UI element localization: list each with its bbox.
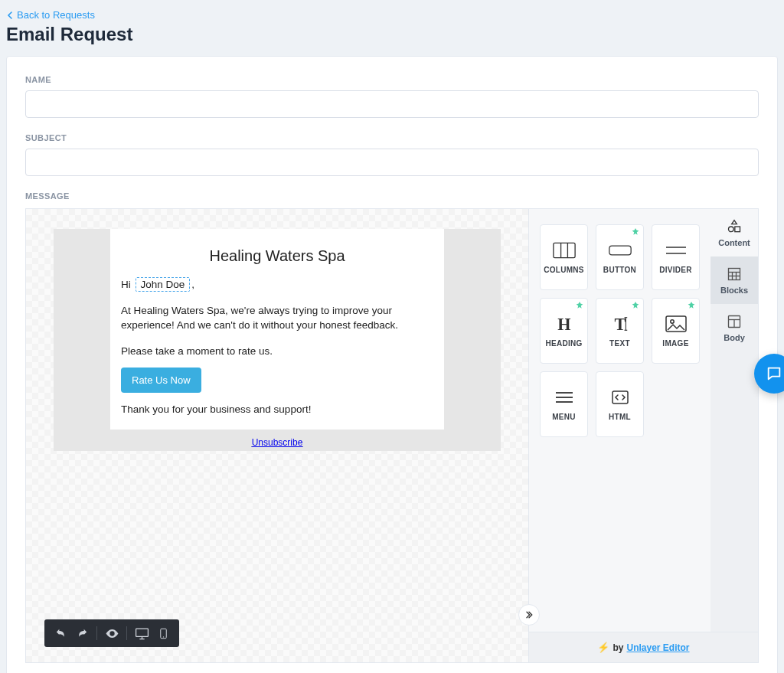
tab-label: Body bbox=[724, 333, 745, 342]
editor-side-panel: COLUMNS BUTTON DIVIDER H HEADIN bbox=[528, 209, 758, 662]
ai-badge-icon bbox=[686, 301, 697, 312]
tool-image[interactable]: IMAGE bbox=[652, 298, 700, 364]
svg-rect-4 bbox=[553, 243, 574, 257]
toolbar-separator bbox=[126, 626, 127, 640]
redo-icon bbox=[76, 627, 89, 640]
svg-point-16 bbox=[670, 319, 673, 322]
unsubscribe-row: Unsubscribe bbox=[54, 430, 501, 451]
tab-label: Blocks bbox=[720, 286, 748, 295]
undo-icon bbox=[54, 627, 67, 640]
name-input[interactable] bbox=[25, 90, 759, 118]
tool-label: TEXT bbox=[609, 339, 630, 348]
name-label: NAME bbox=[25, 75, 759, 84]
tool-label: HEADING bbox=[545, 339, 582, 348]
tool-menu[interactable]: MENU bbox=[540, 371, 588, 437]
footer-by: by bbox=[612, 642, 623, 653]
tab-content[interactable]: Content bbox=[710, 209, 758, 256]
tool-heading[interactable]: H HEADING bbox=[540, 298, 588, 364]
email-body[interactable]: Healing Waters Spa Hi John Doe, At Heali… bbox=[110, 229, 444, 430]
tool-columns[interactable]: COLUMNS bbox=[540, 224, 588, 290]
tool-divider[interactable]: DIVIDER bbox=[652, 224, 700, 290]
subject-label: SUBJECT bbox=[25, 133, 759, 142]
tool-text[interactable]: T TEXT bbox=[596, 298, 644, 364]
tool-label: HTML bbox=[609, 413, 631, 421]
chat-icon bbox=[766, 365, 782, 382]
body-icon bbox=[727, 314, 742, 329]
ai-badge-icon bbox=[574, 301, 585, 312]
mobile-view-button[interactable] bbox=[153, 623, 173, 643]
back-to-requests-link[interactable]: Back to Requests bbox=[0, 0, 784, 24]
page-title: Email Request bbox=[0, 24, 784, 56]
tool-label: MENU bbox=[552, 413, 576, 421]
eye-icon bbox=[105, 626, 119, 641]
editor-footer: ⚡ by Unlayer Editor bbox=[529, 632, 758, 662]
email-heading[interactable]: Healing Waters Spa bbox=[110, 243, 444, 277]
rate-us-button[interactable]: Rate Us Now bbox=[121, 368, 201, 393]
shapes-icon bbox=[727, 219, 742, 234]
desktop-icon bbox=[135, 626, 149, 641]
svg-rect-23 bbox=[729, 268, 740, 279]
email-request-card: NAME SUBJECT MESSAGE Healing Waters Spa … bbox=[6, 56, 778, 673]
tool-label: DIVIDER bbox=[659, 266, 692, 274]
greeting-prefix: Hi bbox=[121, 279, 131, 290]
email-paragraph-2[interactable]: Please take a moment to rate us. bbox=[110, 344, 444, 359]
side-tabs: Content Blocks Body bbox=[710, 209, 758, 632]
unlayer-link[interactable]: Unlayer Editor bbox=[626, 642, 689, 653]
back-link-label: Back to Requests bbox=[17, 9, 95, 21]
svg-point-0 bbox=[110, 632, 113, 634]
subject-input[interactable] bbox=[25, 149, 759, 176]
mobile-icon bbox=[158, 627, 169, 640]
button-icon bbox=[609, 241, 632, 260]
editor-canvas[interactable]: Healing Waters Spa Hi John Doe, At Heali… bbox=[26, 209, 528, 662]
tab-body[interactable]: Body bbox=[710, 304, 758, 351]
chevron-left-icon bbox=[6, 11, 14, 19]
email-editor: Healing Waters Spa Hi John Doe, At Heali… bbox=[25, 208, 759, 663]
unsubscribe-link[interactable]: Unsubscribe bbox=[252, 437, 303, 448]
heading-icon: H bbox=[553, 315, 576, 333]
tab-label: Content bbox=[718, 238, 750, 247]
svg-rect-7 bbox=[609, 246, 630, 255]
chevron-double-right-icon bbox=[524, 610, 534, 619]
email-stage: Healing Waters Spa Hi John Doe, At Heali… bbox=[54, 229, 501, 451]
svg-text:H: H bbox=[557, 315, 571, 333]
email-paragraph-1[interactable]: At Healing Waters Spa, we're always tryi… bbox=[110, 303, 444, 333]
preview-button[interactable] bbox=[102, 623, 122, 643]
greeting-suffix: , bbox=[191, 279, 194, 290]
message-label: MESSAGE bbox=[25, 191, 759, 201]
collapse-panel-button[interactable] bbox=[518, 604, 540, 626]
blocks-icon bbox=[727, 266, 742, 282]
tool-label: IMAGE bbox=[662, 339, 688, 348]
desktop-view-button[interactable] bbox=[132, 623, 152, 643]
toolbar-separator bbox=[96, 626, 97, 640]
tool-html[interactable]: HTML bbox=[596, 371, 644, 437]
menu-icon bbox=[553, 388, 576, 407]
svg-rect-22 bbox=[735, 227, 740, 232]
svg-point-3 bbox=[162, 636, 163, 637]
email-thanks[interactable]: Thank you for your business and support! bbox=[110, 402, 444, 417]
undo-button[interactable] bbox=[51, 623, 70, 643]
ai-badge-icon bbox=[630, 301, 641, 312]
merge-tag-name[interactable]: John Doe bbox=[136, 277, 191, 292]
svg-text:T: T bbox=[614, 315, 626, 333]
divider-icon bbox=[665, 241, 688, 260]
image-icon bbox=[665, 315, 688, 333]
svg-rect-1 bbox=[136, 629, 148, 636]
redo-button[interactable] bbox=[72, 623, 92, 643]
tool-label: COLUMNS bbox=[544, 266, 584, 274]
svg-point-21 bbox=[729, 227, 734, 232]
text-icon: T bbox=[609, 315, 632, 333]
ai-badge-icon bbox=[630, 227, 641, 238]
canvas-toolbar bbox=[44, 619, 179, 647]
html-icon bbox=[609, 388, 632, 407]
tool-label: BUTTON bbox=[603, 266, 636, 274]
content-tools-grid: COLUMNS BUTTON DIVIDER H HEADIN bbox=[529, 209, 710, 632]
columns-icon bbox=[553, 241, 576, 260]
tab-blocks[interactable]: Blocks bbox=[710, 256, 758, 304]
tool-button[interactable]: BUTTON bbox=[596, 224, 644, 290]
bolt-icon: ⚡ bbox=[597, 642, 609, 653]
email-greeting[interactable]: Hi John Doe, bbox=[110, 277, 444, 292]
